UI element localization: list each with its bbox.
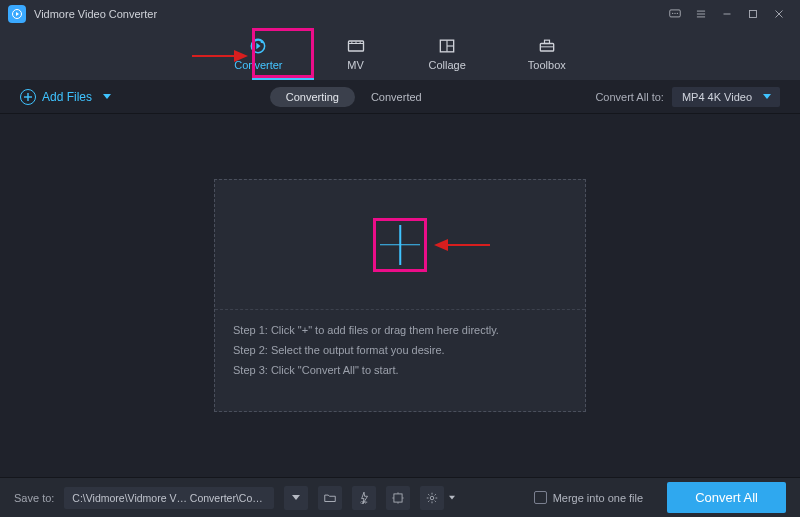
settings-button[interactable] (420, 486, 444, 510)
tab-toolbox[interactable]: Toolbox (518, 32, 576, 77)
file-dropzone[interactable]: Step 1: Click "+" to add files or drag t… (214, 179, 586, 412)
tab-mv[interactable]: MV (335, 32, 377, 77)
close-button[interactable] (766, 1, 792, 27)
svg-marker-31 (103, 94, 111, 99)
svg-point-3 (672, 13, 673, 14)
open-folder-button[interactable] (318, 486, 342, 510)
maximize-button[interactable] (740, 1, 766, 27)
svg-point-19 (355, 41, 356, 42)
title-bar: Vidmore Video Converter (0, 0, 800, 28)
converter-icon (247, 36, 269, 56)
main-tab-strip: Converter MV Collage Toolbox (0, 28, 800, 80)
footer-bar: Save to: C:\Vidmore\Vidmore V… Converter… (0, 477, 800, 517)
tab-converter[interactable]: Converter (224, 32, 292, 77)
svg-marker-35 (292, 495, 300, 500)
dropzone-instructions: Step 1: Click "+" to add files or drag t… (215, 310, 585, 411)
caret-down-icon (102, 93, 112, 101)
format-selected-value: MP4 4K Video (682, 91, 752, 103)
add-file-plus-icon[interactable] (378, 223, 422, 267)
svg-rect-25 (544, 40, 549, 43)
app-title: Vidmore Video Converter (34, 8, 157, 20)
settings-caret-icon[interactable] (448, 495, 456, 501)
svg-rect-10 (750, 11, 757, 18)
menu-icon[interactable] (688, 1, 714, 27)
save-to-label: Save to: (14, 492, 54, 504)
collage-icon (436, 36, 458, 56)
tab-collage[interactable]: Collage (419, 32, 476, 77)
instruction-step-1: Step 1: Click "+" to add files or drag t… (233, 324, 567, 336)
dropzone-upper[interactable] (215, 180, 585, 310)
add-files-button[interactable]: Add Files (20, 89, 112, 105)
plus-circle-icon (20, 89, 36, 105)
tab-converting[interactable]: Converting (270, 87, 355, 107)
annotation-arrow-plus (434, 237, 490, 253)
tab-label: Converter (234, 59, 282, 71)
output-format-select[interactable]: MP4 4K Video (672, 87, 780, 107)
instruction-step-3: Step 3: Click "Convert All" to start. (233, 364, 567, 376)
svg-marker-34 (434, 239, 448, 251)
mv-icon (345, 36, 367, 56)
svg-marker-15 (257, 42, 261, 49)
merge-into-one-file-checkbox[interactable]: Merge into one file (534, 491, 644, 504)
svg-marker-32 (763, 94, 771, 99)
minimize-button[interactable] (714, 1, 740, 27)
convert-all-to-label: Convert All to: (595, 91, 663, 103)
svg-marker-44 (449, 495, 455, 499)
save-path-dropdown-button[interactable] (284, 486, 308, 510)
svg-point-5 (677, 13, 678, 14)
instruction-step-2: Step 2: Select the output format you des… (233, 344, 567, 356)
high-speed-toggle[interactable]: OFF (352, 486, 376, 510)
tab-converted[interactable]: Converted (355, 87, 438, 107)
svg-point-18 (351, 41, 352, 42)
tab-label: Toolbox (528, 59, 566, 71)
convert-all-button[interactable]: Convert All (667, 482, 786, 513)
svg-point-20 (359, 41, 360, 42)
feedback-icon[interactable] (662, 1, 688, 27)
gpu-accel-button[interactable] (386, 486, 410, 510)
app-logo (8, 5, 26, 23)
active-tab-underline (252, 78, 314, 80)
checkbox-icon (534, 491, 547, 504)
svg-text:OFF: OFF (361, 501, 368, 505)
svg-point-4 (674, 13, 675, 14)
caret-down-icon (762, 93, 772, 101)
merge-label: Merge into one file (553, 492, 644, 504)
svg-rect-38 (394, 493, 402, 501)
main-content: Step 1: Click "+" to add files or drag t… (0, 114, 800, 477)
add-files-label: Add Files (42, 90, 92, 104)
sub-toolbar: Add Files Converting Converted Convert A… (0, 80, 800, 114)
tab-label: Collage (429, 59, 466, 71)
save-path-field[interactable]: C:\Vidmore\Vidmore V… Converter\Converte… (64, 487, 274, 509)
tab-label: MV (347, 59, 364, 71)
svg-point-43 (431, 496, 435, 500)
toolbox-icon (536, 36, 558, 56)
svg-marker-1 (16, 12, 19, 16)
